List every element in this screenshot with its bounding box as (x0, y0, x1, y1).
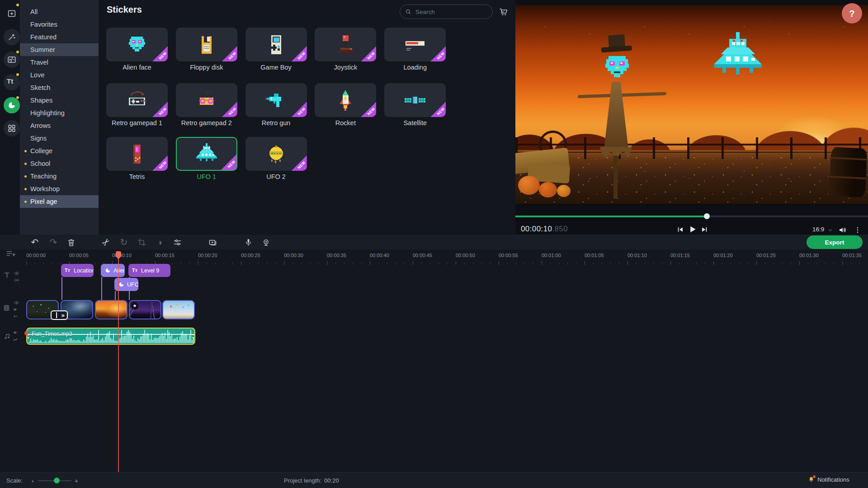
category-pixel-age[interactable]: Pixel age (20, 195, 99, 208)
next-frame-button[interactable] (700, 225, 708, 234)
store-cart-icon[interactable] (498, 6, 509, 17)
scale-slider-knob[interactable] (54, 478, 60, 483)
category-arrows[interactable]: Arrows (20, 119, 99, 132)
category-highlighting[interactable]: Highlighting (20, 107, 99, 119)
tool-more-grid[interactable] (4, 120, 20, 136)
video-track-mute-icon[interactable] (12, 306, 19, 313)
video-clip-autumn-sunset[interactable] (95, 300, 127, 319)
export-button[interactable]: Export (807, 235, 863, 249)
more-options-icon[interactable] (854, 225, 862, 235)
sticker-tile-tetris[interactable]: NEW (106, 137, 168, 171)
time-ruler[interactable]: 00:00:0000:00:0500:00:1000:00:1500:00:20… (0, 250, 868, 265)
audio-track-mute-icon[interactable] (12, 329, 19, 336)
sticker-clip-alien[interactable]: Alien (101, 264, 125, 277)
cut-icon[interactable]: ✂ (100, 236, 112, 248)
notifications-button[interactable]: Notifications (807, 476, 849, 483)
category-favorites[interactable]: Favorites (20, 18, 99, 31)
play-button[interactable] (687, 224, 698, 235)
tool-import[interactable] (4, 5, 20, 22)
category-sketch[interactable]: Sketch (20, 81, 99, 94)
webcam-icon[interactable] (260, 236, 272, 248)
tool-titles[interactable]: Tt (4, 74, 20, 90)
sticker-tile-retro-gamepad-2[interactable]: NEW (176, 83, 237, 117)
sticker-tile-retro-gun[interactable]: NEW (245, 83, 307, 117)
settings-icon[interactable] (171, 236, 183, 248)
sticker-tile-floppy-disk[interactable]: NEW (176, 28, 237, 61)
undo-icon[interactable]: ↶ (29, 236, 41, 248)
ruler-label: 00:00:50 (456, 253, 475, 258)
seek-knob[interactable] (704, 213, 710, 219)
chip-label: Alien (113, 267, 125, 274)
ruler-tick (353, 263, 353, 265)
overlay-icon[interactable] (207, 236, 218, 248)
category-all[interactable]: All (20, 5, 99, 18)
add-track-icon[interactable] (5, 249, 16, 259)
chip-connector-line (61, 277, 62, 300)
sticker-tile-ufo-1[interactable]: NEW (176, 137, 237, 171)
ruler-tick (35, 263, 35, 265)
category-college[interactable]: College (20, 145, 99, 157)
sticker-tile-alien-face[interactable]: NEW (106, 28, 168, 61)
delete-icon[interactable] (65, 236, 77, 248)
game-boy-icon (264, 33, 288, 56)
category-school[interactable]: School (20, 157, 99, 170)
tool-stickers[interactable] (4, 97, 20, 113)
category-shapes[interactable]: Shapes (20, 94, 99, 107)
previous-frame-button[interactable] (676, 225, 684, 234)
ruler-tick (232, 263, 233, 265)
video-clip-balloons[interactable] (162, 300, 195, 319)
chevron-down-icon[interactable] (827, 227, 833, 233)
tool-magic-wand[interactable] (4, 29, 20, 45)
category-summer[interactable]: Summer (20, 43, 99, 56)
sticker-tile-ufo-2[interactable]: NEW (245, 137, 307, 171)
audio-clip[interactable]: Fun_Times.mp3 (26, 328, 195, 345)
sticker-tile-rocket[interactable]: NEW (315, 83, 376, 117)
zoom-out-icon[interactable]: ▲ (31, 479, 35, 483)
category-love[interactable]: Love (20, 69, 99, 81)
category-workshop[interactable]: Workshop (20, 183, 99, 195)
ruler-tick (327, 261, 327, 265)
ruler-label: 00:00:10 (112, 253, 132, 258)
title-clip-location[interactable]: TᴛLocation (61, 264, 94, 277)
volume-icon[interactable] (838, 225, 848, 235)
tool-transitions[interactable] (4, 52, 20, 68)
video-track-visibility-icon[interactable] (14, 300, 20, 306)
search-input[interactable] (412, 9, 499, 15)
ufo-sticker-overlay[interactable] (696, 30, 779, 84)
video-track-shift-icon[interactable] (12, 313, 19, 319)
alien-face-sticker-overlay[interactable] (599, 51, 635, 85)
ruler-tick (224, 263, 224, 265)
ruler-tick (275, 263, 276, 265)
aspect-ratio-select[interactable]: 16:9 (812, 226, 824, 233)
category-label: Highlighting (30, 107, 65, 119)
title-track-link-icon[interactable] (14, 277, 20, 283)
seek-bar[interactable] (515, 216, 868, 217)
ruler-label: 00:00:30 (284, 253, 303, 258)
audio-keyframe-dot[interactable] (24, 331, 28, 335)
transition-badge[interactable]: » (51, 310, 68, 320)
help-button[interactable]: ? (842, 3, 862, 23)
category-travel[interactable]: Travel (20, 56, 99, 69)
title-track-visibility-icon[interactable] (14, 270, 20, 277)
ufo-2-icon (264, 142, 288, 166)
title-clip-level-9[interactable]: TᴛLevel 9 (128, 264, 170, 277)
search-box[interactable] (400, 5, 493, 19)
sticker-tile-game-boy[interactable]: NEW (245, 28, 307, 61)
audio-track-sync-icon[interactable] (12, 337, 19, 343)
ruler-tick (816, 263, 817, 265)
sticker-tile-retro-gamepad-1[interactable]: NEW (106, 83, 168, 117)
category-label: Love (30, 69, 44, 81)
zoom-in-icon[interactable]: ▲ (74, 478, 79, 483)
sticker-tile-satellite[interactable]: NEW (384, 83, 446, 117)
video-preview[interactable] (515, 5, 868, 204)
video-clip-concert[interactable]: ★ (129, 300, 161, 319)
ruler-label: 00:00:15 (155, 253, 175, 258)
sticker-tile-joystick[interactable]: NEW (315, 28, 376, 61)
microphone-icon[interactable] (242, 236, 254, 248)
sticker-tile-loading[interactable]: NEW (384, 28, 446, 61)
category-featured[interactable]: Featured (20, 31, 99, 43)
category-signs[interactable]: Signs (20, 132, 99, 145)
category-teaching[interactable]: Teaching (20, 170, 99, 183)
ruler-tick (576, 263, 576, 265)
ruler-tick (499, 261, 499, 265)
